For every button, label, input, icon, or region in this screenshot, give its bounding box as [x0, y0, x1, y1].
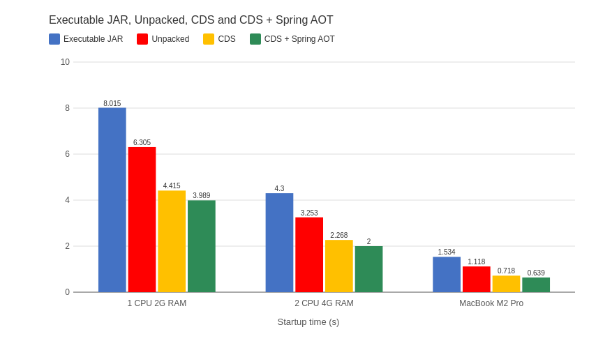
- group-label: 1 CPU 2G RAM: [127, 298, 186, 308]
- bar-value-label: 1.118: [468, 258, 485, 266]
- chart-plot: 8.0156.3054.4153.9891 CPU 2G RAM4.33.253…: [73, 55, 575, 313]
- y-axis: 0246810: [42, 55, 73, 313]
- y-tick-label: 8: [65, 103, 70, 113]
- chart-title: Executable JAR, Unpacked, CDS and CDS + …: [42, 14, 575, 26]
- x-axis-label: Startup time (s): [42, 317, 575, 327]
- bar-value-label: 8.015: [103, 100, 121, 107]
- legend-label: CDS + Spring AOT: [264, 34, 335, 44]
- legend-color: [49, 33, 60, 45]
- legend-item: CDS + Spring AOT: [250, 33, 335, 45]
- bar-value-label: 4.3: [275, 185, 285, 192]
- group-label: MacBook M2 Pro: [459, 298, 523, 308]
- bar: [266, 193, 294, 292]
- legend-color: [250, 33, 261, 45]
- legend-item: CDS: [203, 33, 235, 45]
- bar: [188, 200, 216, 292]
- legend-color: [203, 33, 214, 45]
- bar-value-label: 0.639: [528, 269, 545, 277]
- bar-value-label: 2: [367, 238, 371, 245]
- bar: [295, 218, 323, 292]
- y-tick-label: 4: [65, 195, 70, 205]
- bar-value-label: 2.268: [330, 232, 348, 239]
- legend: Executable JARUnpackedCDSCDS + Spring AO…: [42, 33, 575, 45]
- y-tick-label: 2: [65, 241, 70, 251]
- legend-item: Executable JAR: [49, 33, 123, 45]
- bar-value-label: 3.989: [193, 192, 210, 199]
- bar: [355, 246, 383, 292]
- legend-label: CDS: [218, 34, 235, 44]
- bar-value-label: 6.305: [133, 139, 151, 146]
- y-tick-label: 10: [61, 57, 70, 67]
- bar: [98, 108, 126, 292]
- bar: [325, 240, 353, 292]
- legend-item: Unpacked: [137, 33, 189, 45]
- y-tick-label: 0: [65, 287, 70, 297]
- bar: [158, 190, 186, 292]
- chart-container: Executable JAR, Unpacked, CDS and CDS + …: [0, 0, 589, 364]
- bar-value-label: 1.534: [438, 248, 456, 256]
- bar: [463, 266, 491, 292]
- legend-label: Unpacked: [151, 34, 189, 44]
- bar: [493, 275, 521, 292]
- legend-label: Executable JAR: [64, 34, 123, 44]
- legend-color: [137, 33, 148, 45]
- bar-value-label: 3.253: [301, 209, 318, 217]
- bar: [522, 278, 550, 292]
- bar: [128, 147, 156, 292]
- bar-value-label: 4.415: [163, 182, 181, 190]
- bar: [433, 257, 461, 292]
- bar-value-label: 0.718: [498, 267, 515, 275]
- y-tick-label: 6: [65, 149, 70, 159]
- group-label: 2 CPU 4G RAM: [294, 298, 354, 308]
